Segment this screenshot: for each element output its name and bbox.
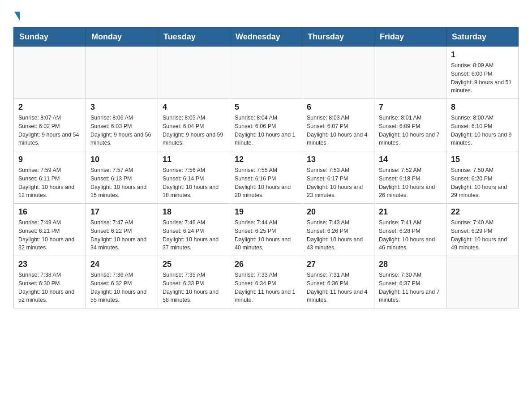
day-info: Sunrise: 7:57 AM Sunset: 6:13 PM Dayligh… [90, 166, 153, 200]
calendar-cell: 25Sunrise: 7:35 AM Sunset: 6:33 PM Dayli… [158, 256, 230, 308]
day-info: Sunrise: 7:49 AM Sunset: 6:21 PM Dayligh… [18, 218, 81, 252]
day-number: 2 [18, 103, 81, 112]
day-number: 1 [451, 50, 514, 60]
day-info: Sunrise: 7:31 AM Sunset: 6:36 PM Dayligh… [307, 271, 369, 304]
day-header-thursday: Thursday [302, 28, 374, 47]
day-info: Sunrise: 8:06 AM Sunset: 6:03 PM Dayligh… [90, 114, 153, 147]
day-info: Sunrise: 7:40 AM Sunset: 6:29 PM Dayligh… [451, 218, 514, 252]
day-number: 7 [379, 103, 442, 112]
calendar-table: SundayMondayTuesdayWednesdayThursdayFrid… [13, 27, 519, 308]
calendar-cell: 18Sunrise: 7:46 AM Sunset: 6:24 PM Dayli… [158, 204, 230, 256]
calendar-cell [230, 47, 302, 99]
day-number: 11 [163, 155, 225, 164]
calendar-cell: 1Sunrise: 8:09 AM Sunset: 6:00 PM Daylig… [446, 47, 519, 99]
day-info: Sunrise: 7:36 AM Sunset: 6:32 PM Dayligh… [90, 271, 153, 304]
day-number: 25 [163, 260, 225, 269]
day-header-saturday: Saturday [446, 28, 519, 47]
day-number: 26 [235, 260, 297, 269]
day-number: 17 [90, 207, 153, 217]
day-info: Sunrise: 7:30 AM Sunset: 6:37 PM Dayligh… [379, 271, 442, 304]
day-number: 10 [90, 155, 153, 164]
day-number: 27 [307, 260, 369, 269]
calendar-cell: 9Sunrise: 7:59 AM Sunset: 6:11 PM Daylig… [14, 151, 86, 204]
day-info: Sunrise: 8:04 AM Sunset: 6:06 PM Dayligh… [235, 114, 297, 147]
calendar-cell [86, 47, 158, 99]
day-number: 24 [90, 260, 153, 269]
day-number: 16 [18, 207, 81, 217]
day-header-monday: Monday [86, 28, 158, 47]
day-info: Sunrise: 7:33 AM Sunset: 6:34 PM Dayligh… [235, 271, 297, 304]
calendar-cell: 15Sunrise: 7:50 AM Sunset: 6:20 PM Dayli… [446, 151, 519, 204]
day-info: Sunrise: 8:07 AM Sunset: 6:02 PM Dayligh… [18, 114, 81, 147]
day-info: Sunrise: 7:56 AM Sunset: 6:14 PM Dayligh… [163, 166, 225, 200]
calendar-cell: 2Sunrise: 8:07 AM Sunset: 6:02 PM Daylig… [14, 99, 86, 151]
day-info: Sunrise: 7:55 AM Sunset: 6:16 PM Dayligh… [235, 166, 297, 200]
day-info: Sunrise: 8:03 AM Sunset: 6:07 PM Dayligh… [307, 114, 369, 147]
calendar-cell: 5Sunrise: 8:04 AM Sunset: 6:06 PM Daylig… [230, 99, 302, 151]
day-info: Sunrise: 7:59 AM Sunset: 6:11 PM Dayligh… [18, 166, 81, 200]
logo-line1 [13, 9, 20, 23]
calendar-cell: 19Sunrise: 7:44 AM Sunset: 6:25 PM Dayli… [230, 204, 302, 256]
calendar-cell: 14Sunrise: 7:52 AM Sunset: 6:18 PM Dayli… [374, 151, 446, 204]
day-info: Sunrise: 7:38 AM Sunset: 6:30 PM Dayligh… [18, 271, 81, 304]
calendar-week-2: 2Sunrise: 8:07 AM Sunset: 6:02 PM Daylig… [14, 99, 519, 151]
calendar-week-5: 23Sunrise: 7:38 AM Sunset: 6:30 PM Dayli… [14, 256, 519, 308]
day-number: 8 [451, 103, 514, 112]
calendar-cell: 7Sunrise: 8:01 AM Sunset: 6:09 PM Daylig… [374, 99, 446, 151]
calendar-cell: 21Sunrise: 7:41 AM Sunset: 6:28 PM Dayli… [374, 204, 446, 256]
day-number: 20 [307, 207, 369, 217]
page-header [13, 9, 519, 23]
calendar-cell: 17Sunrise: 7:47 AM Sunset: 6:22 PM Dayli… [86, 204, 158, 256]
day-number: 21 [379, 207, 442, 217]
day-number: 9 [18, 155, 81, 164]
day-header-sunday: Sunday [14, 28, 86, 47]
calendar-cell: 6Sunrise: 8:03 AM Sunset: 6:07 PM Daylig… [302, 99, 374, 151]
calendar-cell: 12Sunrise: 7:55 AM Sunset: 6:16 PM Dayli… [230, 151, 302, 204]
calendar-cell: 28Sunrise: 7:30 AM Sunset: 6:37 PM Dayli… [374, 256, 446, 308]
day-info: Sunrise: 7:35 AM Sunset: 6:33 PM Dayligh… [163, 271, 225, 304]
day-info: Sunrise: 8:00 AM Sunset: 6:10 PM Dayligh… [451, 114, 514, 147]
day-number: 23 [18, 260, 81, 269]
day-info: Sunrise: 7:47 AM Sunset: 6:22 PM Dayligh… [90, 218, 153, 252]
day-header-wednesday: Wednesday [230, 28, 302, 47]
day-info: Sunrise: 7:44 AM Sunset: 6:25 PM Dayligh… [235, 218, 297, 252]
day-info: Sunrise: 7:46 AM Sunset: 6:24 PM Dayligh… [163, 218, 225, 252]
calendar-cell: 23Sunrise: 7:38 AM Sunset: 6:30 PM Dayli… [14, 256, 86, 308]
day-number: 28 [379, 260, 442, 269]
day-info: Sunrise: 8:09 AM Sunset: 6:00 PM Dayligh… [451, 61, 514, 95]
day-info: Sunrise: 8:01 AM Sunset: 6:09 PM Dayligh… [379, 114, 442, 147]
calendar-cell: 3Sunrise: 8:06 AM Sunset: 6:03 PM Daylig… [86, 99, 158, 151]
calendar-cell: 22Sunrise: 7:40 AM Sunset: 6:29 PM Dayli… [446, 204, 519, 256]
logo-arrow-icon [14, 12, 20, 21]
day-info: Sunrise: 7:43 AM Sunset: 6:26 PM Dayligh… [307, 218, 369, 252]
calendar-week-4: 16Sunrise: 7:49 AM Sunset: 6:21 PM Dayli… [14, 204, 519, 256]
day-number: 19 [235, 207, 297, 217]
day-number: 5 [235, 103, 297, 112]
calendar-cell: 20Sunrise: 7:43 AM Sunset: 6:26 PM Dayli… [302, 204, 374, 256]
day-info: Sunrise: 7:41 AM Sunset: 6:28 PM Dayligh… [379, 218, 442, 252]
calendar-cell: 26Sunrise: 7:33 AM Sunset: 6:34 PM Dayli… [230, 256, 302, 308]
calendar-cell [158, 47, 230, 99]
day-number: 4 [163, 103, 225, 112]
calendar-cell [374, 47, 446, 99]
calendar-cell [446, 256, 519, 308]
day-info: Sunrise: 7:53 AM Sunset: 6:17 PM Dayligh… [307, 166, 369, 200]
logo [13, 9, 20, 23]
calendar-cell: 16Sunrise: 7:49 AM Sunset: 6:21 PM Dayli… [14, 204, 86, 256]
day-number: 22 [451, 207, 514, 217]
day-info: Sunrise: 7:52 AM Sunset: 6:18 PM Dayligh… [379, 166, 442, 200]
calendar-cell: 10Sunrise: 7:57 AM Sunset: 6:13 PM Dayli… [86, 151, 158, 204]
calendar-cell: 13Sunrise: 7:53 AM Sunset: 6:17 PM Dayli… [302, 151, 374, 204]
day-number: 12 [235, 155, 297, 164]
calendar-cell: 11Sunrise: 7:56 AM Sunset: 6:14 PM Dayli… [158, 151, 230, 204]
calendar-cell: 4Sunrise: 8:05 AM Sunset: 6:04 PM Daylig… [158, 99, 230, 151]
day-number: 15 [451, 155, 514, 164]
calendar-cell: 27Sunrise: 7:31 AM Sunset: 6:36 PM Dayli… [302, 256, 374, 308]
day-header-tuesday: Tuesday [158, 28, 230, 47]
calendar-cell [302, 47, 374, 99]
day-number: 18 [163, 207, 225, 217]
day-info: Sunrise: 7:50 AM Sunset: 6:20 PM Dayligh… [451, 166, 514, 200]
calendar-header-row: SundayMondayTuesdayWednesdayThursdayFrid… [14, 28, 519, 47]
day-number: 13 [307, 155, 369, 164]
day-number: 14 [379, 155, 442, 164]
